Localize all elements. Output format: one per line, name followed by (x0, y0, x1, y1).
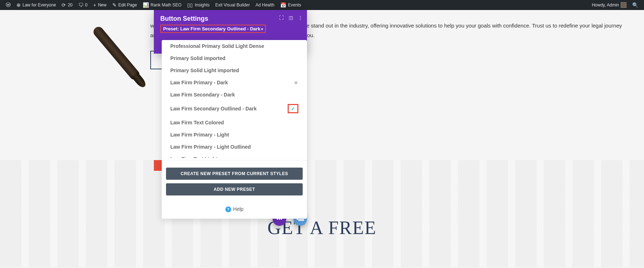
bars-icon: ▯▯ (187, 2, 193, 8)
updates-link[interactable]: ⟳20 (59, 0, 75, 10)
exit-visual-builder[interactable]: Exit Visual Builder (213, 0, 253, 10)
events-link[interactable]: 📅Events (277, 0, 304, 10)
events-label: Events (288, 3, 301, 8)
site-name-link[interactable]: ⊕Law for Everyone (14, 0, 59, 10)
account-link[interactable]: Howdy, Admin (589, 0, 629, 10)
search-icon: 🔍 (632, 2, 638, 8)
ad-health-link[interactable]: Ad Health (253, 0, 277, 10)
updates-count: 20 (68, 3, 72, 8)
exit-vb-label: Exit Visual Builder (215, 3, 250, 8)
plus-icon: + (93, 2, 96, 8)
avatar (621, 2, 626, 8)
insights-label: Insights (195, 3, 209, 8)
new-content-link[interactable]: +New (90, 0, 109, 10)
comments-link[interactable]: 🗨0 (75, 0, 91, 10)
insights-link[interactable]: ▯▯Insights (184, 0, 212, 10)
refresh-icon: ⟳ (62, 2, 66, 8)
calendar-icon: 📅 (280, 2, 286, 8)
pencil-icon: ✎ (112, 2, 117, 8)
site-name-label: Law for Everyone (23, 3, 56, 8)
chart-icon: 📊 (143, 2, 149, 8)
home-icon: ⊕ (16, 2, 21, 8)
search-toggle[interactable]: 🔍 (629, 0, 641, 10)
greeting-label: Howdy, Admin (592, 3, 619, 8)
wp-logo[interactable]: ⓦ (3, 0, 14, 10)
rank-math-link[interactable]: 📊Rank Math SEO (140, 0, 185, 10)
wp-admin-bar: ⓦ ⊕Law for Everyone ⟳20 🗨0 +New ✎Edit Pa… (0, 0, 644, 10)
comments-count: 0 (85, 3, 88, 8)
comment-icon: 🗨 (78, 2, 83, 8)
rank-math-label: Rank Math SEO (151, 3, 182, 8)
new-label: New (98, 3, 107, 8)
ad-health-label: Ad Health (255, 3, 274, 8)
wordpress-icon: ⓦ (6, 2, 11, 8)
